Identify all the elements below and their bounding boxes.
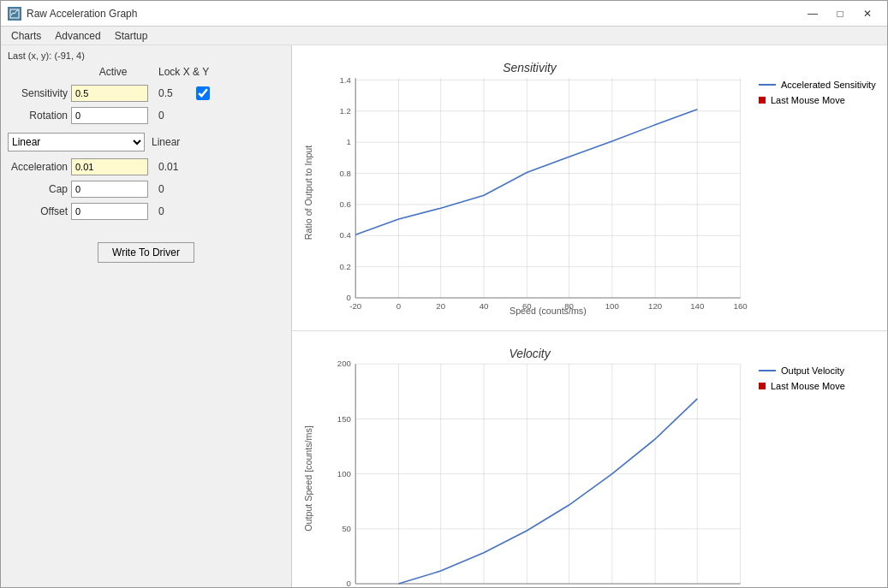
title-bar: Raw Acceleration Graph — □ ✕	[1, 1, 887, 27]
svg-text:1.4: 1.4	[339, 75, 351, 85]
svg-text:50: 50	[342, 524, 351, 533]
svg-text:1.2: 1.2	[339, 106, 350, 116]
lock-xy-checkbox[interactable]	[196, 86, 210, 100]
offset-value: 0	[158, 205, 184, 217]
maximize-button[interactable]: □	[827, 5, 853, 22]
sensitivity-legend-line: Accelerated Sensitivity	[759, 80, 879, 90]
sensitivity-value: 0.5	[158, 87, 184, 99]
sensitivity-chart-svg: Sensitivity Ratio of Output to Input Spe…	[301, 54, 759, 322]
title-left: Raw Acceleration Graph	[8, 7, 137, 21]
svg-text:20: 20	[436, 301, 445, 311]
lock-column-header: Lock X & Y	[158, 66, 209, 78]
svg-text:100: 100	[337, 469, 351, 478]
offset-input[interactable]	[71, 203, 148, 220]
velocity-legend-dot-icon	[759, 383, 766, 389]
offset-row: Offset 0	[8, 203, 284, 220]
svg-text:Velocity: Velocity	[509, 347, 551, 360]
content-area: Last (x, y): (-91, 4) Active Lock X & Y …	[1, 45, 887, 587]
accel-type-row: Linear Classic Natural Synchronous Power…	[8, 133, 284, 151]
sensitivity-legend-dot-label: Last Mouse Move	[771, 95, 845, 105]
svg-text:120: 120	[648, 301, 662, 311]
sensitivity-chart-container: Sensitivity Ratio of Output to Input Spe…	[292, 45, 887, 331]
svg-text:Ratio of Output to Input: Ratio of Output to Input	[303, 146, 313, 241]
svg-text:0.4: 0.4	[339, 230, 351, 240]
svg-text:-20: -20	[349, 301, 361, 311]
coords-display: Last (x, y): (-91, 4)	[8, 50, 284, 61]
legend-dot-icon	[759, 97, 766, 104]
acceleration-row: Acceleration 0.01	[8, 158, 284, 175]
window-title: Raw Acceleration Graph	[27, 8, 137, 20]
svg-text:80: 80	[564, 301, 574, 311]
svg-text:100: 100	[605, 301, 619, 311]
cap-value: 0	[158, 183, 184, 195]
menu-bar: Charts Advanced Startup	[1, 27, 887, 45]
svg-text:0.8: 0.8	[339, 169, 350, 178]
right-panel: Sensitivity Ratio of Output to Input Spe…	[292, 45, 887, 587]
svg-text:Sensitivity: Sensitivity	[503, 61, 557, 74]
rotation-value: 0	[158, 110, 184, 122]
main-window: Raw Acceleration Graph — □ ✕ Charts Adva…	[0, 0, 888, 588]
acceleration-value: 0.01	[158, 161, 184, 173]
rotation-row: Rotation 0	[8, 107, 284, 124]
accel-type-select[interactable]: Linear Classic Natural Synchronous Power…	[8, 133, 145, 151]
velocity-legend-line-icon	[759, 370, 776, 371]
close-button[interactable]: ✕	[855, 5, 880, 22]
svg-text:Speed (counts/ms): Speed (counts/ms)	[510, 306, 587, 316]
velocity-legend-dot-label: Last Mouse Move	[771, 381, 845, 391]
cap-row: Cap 0	[8, 181, 284, 198]
svg-text:Output Speed [counts/ms]: Output Speed [counts/ms]	[303, 425, 313, 532]
velocity-chart-svg: Velocity Output Speed [counts/ms] Speed …	[301, 340, 759, 587]
svg-text:60: 60	[522, 301, 532, 311]
svg-text:0.6: 0.6	[339, 199, 350, 209]
menu-startup[interactable]: Startup	[108, 28, 155, 44]
velocity-legend-line: Output Velocity	[759, 365, 879, 376]
column-headers: Active Lock X & Y	[8, 66, 284, 78]
sensitivity-label: Sensitivity	[8, 87, 68, 99]
svg-text:0: 0	[346, 579, 350, 587]
minimize-button[interactable]: —	[800, 5, 825, 22]
velocity-legend-line-label: Output Velocity	[781, 365, 844, 376]
velocity-legend-dot: Last Mouse Move	[759, 381, 879, 391]
sensitivity-row: Sensitivity 0.5	[8, 85, 284, 102]
active-column-header: Active	[74, 66, 152, 78]
sensitivity-legend-dot: Last Mouse Move	[759, 95, 879, 105]
svg-text:0.2: 0.2	[339, 262, 350, 271]
sensitivity-legend-line-label: Accelerated Sensitivity	[781, 80, 876, 90]
menu-charts[interactable]: Charts	[4, 28, 48, 44]
acceleration-label: Acceleration	[8, 161, 68, 173]
accel-type-label: Linear	[152, 136, 180, 148]
svg-text:0: 0	[396, 301, 401, 311]
svg-text:1: 1	[346, 137, 350, 146]
sensitivity-legend: Accelerated Sensitivity Last Mouse Move	[759, 54, 879, 322]
write-driver-button[interactable]: Write To Driver	[98, 242, 194, 263]
velocity-chart-area: Velocity Output Speed [counts/ms] Speed …	[301, 340, 759, 587]
rotation-input[interactable]	[71, 107, 148, 124]
svg-text:140: 140	[690, 301, 704, 311]
rotation-label: Rotation	[8, 110, 68, 122]
legend-line-icon	[759, 84, 776, 86]
window-controls: — □ ✕	[800, 5, 880, 22]
menu-advanced[interactable]: Advanced	[48, 28, 107, 44]
cap-label: Cap	[8, 183, 68, 195]
svg-text:150: 150	[337, 414, 351, 424]
sensitivity-chart-area: Sensitivity Ratio of Output to Input Spe…	[301, 54, 759, 322]
sensitivity-input[interactable]	[71, 85, 148, 102]
acceleration-input[interactable]	[71, 158, 148, 175]
svg-text:40: 40	[480, 301, 489, 311]
offset-label: Offset	[8, 205, 68, 217]
app-icon	[8, 7, 21, 21]
svg-text:160: 160	[734, 301, 748, 311]
velocity-chart-container: Velocity Output Speed [counts/ms] Speed …	[292, 331, 887, 587]
left-panel: Last (x, y): (-91, 4) Active Lock X & Y …	[1, 45, 292, 587]
cap-input[interactable]	[71, 181, 148, 198]
svg-text:200: 200	[337, 359, 351, 369]
velocity-legend: Output Velocity Last Mouse Move	[759, 340, 879, 587]
